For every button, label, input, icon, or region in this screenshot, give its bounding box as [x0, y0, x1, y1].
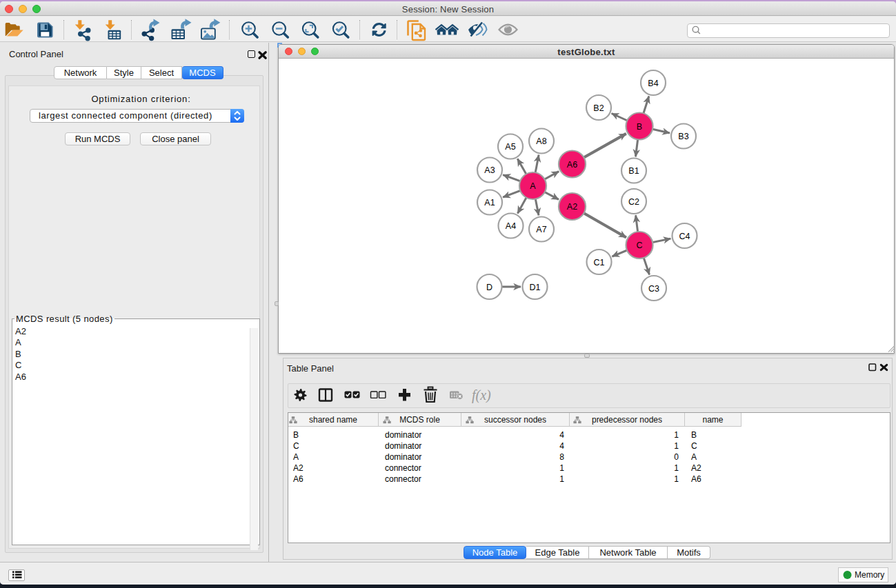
svg-text:B4: B4 [648, 79, 658, 88]
svg-text:A4: A4 [506, 221, 516, 231]
svg-text:A8: A8 [536, 136, 546, 146]
svg-text:B3: B3 [678, 132, 688, 141]
svg-text:A3: A3 [484, 165, 495, 175]
svg-text:A5: A5 [505, 142, 515, 152]
svg-text:A: A [530, 181, 536, 191]
svg-text:B: B [637, 122, 642, 132]
svg-text:B2: B2 [593, 103, 604, 113]
svg-text:B1: B1 [628, 166, 639, 176]
svg-text:A6: A6 [567, 160, 577, 170]
svg-text:C: C [636, 241, 642, 250]
svg-text:A2: A2 [567, 202, 577, 212]
svg-text:D: D [486, 283, 492, 292]
svg-text:A1: A1 [484, 198, 495, 207]
svg-text:C2: C2 [628, 197, 639, 207]
svg-text:D1: D1 [530, 283, 541, 292]
svg-text:C3: C3 [648, 284, 659, 294]
svg-text:C4: C4 [679, 232, 690, 241]
svg-text:A7: A7 [536, 225, 546, 234]
svg-text:C1: C1 [594, 258, 605, 267]
